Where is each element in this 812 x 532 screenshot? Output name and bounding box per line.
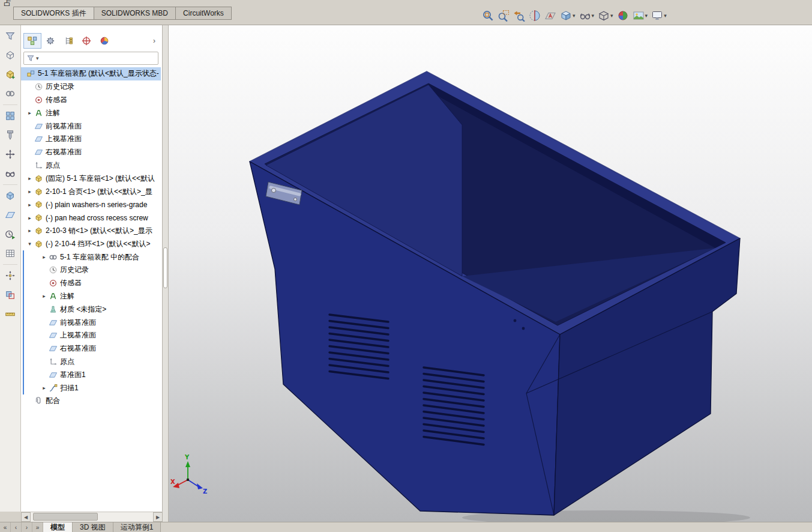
- expand-arrow-icon[interactable]: ▸: [40, 254, 48, 260]
- feature-tree-filter-input[interactable]: [39, 53, 158, 64]
- tree-item[interactable]: ▸5-1 车座箱装配 中的配合: [21, 250, 161, 264]
- apply-scene-button[interactable]: ▾: [631, 8, 650, 23]
- expand-arrow-icon[interactable]: ▸: [26, 202, 34, 208]
- ribbon-tab-solidworks-addins[interactable]: SOLIDWORKS 插件: [13, 7, 94, 20]
- tree-item[interactable]: 原点: [21, 355, 161, 369]
- show-hidden-components-button[interactable]: [2, 165, 19, 182]
- hscroll-thumb[interactable]: [33, 513, 98, 521]
- reference-geometry-button[interactable]: [2, 207, 19, 223]
- tree-item[interactable]: ▸注解: [21, 290, 161, 303]
- expand-arrow-icon[interactable]: ▸: [40, 385, 48, 391]
- interference-detection-button[interactable]: [2, 286, 19, 303]
- section-view-button[interactable]: [527, 8, 543, 23]
- annotation-views-icon: [544, 10, 556, 22]
- panel-splitter-handle[interactable]: [163, 247, 167, 288]
- propertymanager-icon: [45, 35, 56, 46]
- tree-item-label: 右视基准面: [46, 147, 82, 157]
- tree-item[interactable]: 配合: [21, 394, 161, 408]
- display-style-button[interactable]: ▾: [558, 8, 577, 23]
- tree-item-label: 配合: [46, 396, 60, 406]
- tree-item[interactable]: 前视基准面: [21, 119, 161, 133]
- tree-item[interactable]: 传感器: [21, 277, 161, 290]
- expand-arrow-icon[interactable]: ▾: [26, 241, 34, 247]
- tree-item[interactable]: 历史记录: [21, 264, 161, 277]
- feature-tree-filter: ▾: [23, 52, 158, 65]
- view-orientation-button[interactable]: ▾: [596, 8, 615, 23]
- bill-of-materials-button[interactable]: [2, 245, 19, 262]
- document-tab[interactable]: 模型: [43, 522, 73, 532]
- expand-arrow-icon[interactable]: ▸: [26, 228, 34, 234]
- tree-item-label: 5-1 车座箱装配 中的配合: [60, 252, 139, 262]
- feature-tree-hscrollbar[interactable]: ◀ ▶: [21, 512, 163, 522]
- hide-show-items-button[interactable]: ▾: [577, 8, 597, 23]
- tree-item[interactable]: ▸扫描1: [21, 381, 161, 394]
- scroll-left-icon: ◀: [24, 515, 28, 520]
- insert-component-button[interactable]: [2, 66, 19, 83]
- tree-item[interactable]: 历史记录: [21, 80, 161, 94]
- smart-fasteners-button[interactable]: [2, 127, 19, 144]
- panel-tab-configurationmanager[interactable]: [59, 33, 77, 49]
- expand-arrow-icon[interactable]: ▸: [26, 189, 34, 195]
- select-filter-button[interactable]: [2, 28, 19, 44]
- component-pattern-button[interactable]: [2, 107, 19, 124]
- panel-tab-dimxpertmanager[interactable]: [77, 33, 95, 49]
- view-settings-button[interactable]: ▾: [649, 8, 669, 23]
- tree-item[interactable]: ▸2-10-3 销<1> (默认<<默认>_显示: [21, 225, 161, 238]
- hscroll-track[interactable]: [31, 512, 153, 522]
- history-icon: [34, 82, 43, 91]
- panel-splitter[interactable]: [163, 25, 169, 522]
- expand-arrow-icon[interactable]: ▸: [40, 293, 48, 299]
- prev-tab-scroll-button[interactable]: ‹: [11, 522, 22, 532]
- assembly-features-button[interactable]: [2, 187, 19, 204]
- tree-item[interactable]: 传感器: [21, 94, 161, 107]
- bill-of-materials-icon: [5, 248, 16, 259]
- ribbon-tab-solidworks-mbd[interactable]: SOLIDWORKS MBD: [94, 7, 175, 20]
- tree-item[interactable]: ▸(-) plain washers-n series-grade: [21, 198, 161, 211]
- document-tab[interactable]: 运动算例1: [113, 522, 161, 532]
- zoom-area-button[interactable]: [496, 8, 511, 23]
- expand-arrow-icon[interactable]: ▸: [26, 175, 34, 181]
- tree-item[interactable]: ▸(固定) 5-1 车座箱<1> (默认<<默认: [21, 172, 161, 185]
- exploded-view-button[interactable]: [2, 267, 19, 284]
- tree-item-label: 传感器: [46, 95, 67, 105]
- tree-item[interactable]: 上视基准面: [21, 329, 161, 342]
- measure-button[interactable]: [2, 306, 19, 322]
- zoom-fit-button[interactable]: [480, 8, 496, 23]
- edit-appearance-button[interactable]: [615, 8, 631, 23]
- tree-item[interactable]: 基准面1: [21, 368, 161, 381]
- move-component-button[interactable]: [2, 146, 19, 163]
- scroll-right-button[interactable]: ▶: [153, 512, 163, 522]
- tree-item[interactable]: 原点: [21, 159, 161, 172]
- last-tab-scroll-button[interactable]: »: [32, 522, 43, 532]
- tree-item[interactable]: ▾(-) 2-10-4 挡环<1> (默认<<默认>: [21, 237, 161, 250]
- mate-button[interactable]: [2, 85, 19, 102]
- new-motion-study-button[interactable]: [2, 226, 19, 243]
- previous-view-button[interactable]: [511, 8, 527, 23]
- expand-arrow-icon[interactable]: ▸: [26, 215, 34, 221]
- graphics-area[interactable]: [169, 25, 812, 522]
- scroll-left-button[interactable]: ◀: [21, 512, 31, 522]
- tree-item[interactable]: ▸(-) pan head cross recess screw: [21, 211, 161, 225]
- first-tab-scroll-button[interactable]: «: [0, 522, 11, 532]
- annotation-views-button[interactable]: [543, 8, 558, 23]
- tree-item[interactable]: 上视基准面: [21, 133, 161, 146]
- tree-item[interactable]: 5-1 车座箱装配 (默认<默认_显示状态-: [21, 67, 161, 80]
- flyout-chevron-icon[interactable]: ›: [150, 37, 158, 45]
- next-tab-scroll-button[interactable]: ›: [22, 522, 32, 532]
- panel-tab-featuremanager-design-tree[interactable]: [23, 33, 41, 49]
- document-tab[interactable]: 3D 视图: [73, 522, 113, 532]
- part-icon: [34, 213, 43, 222]
- sensors-icon: [34, 95, 43, 104]
- panel-tab-displaymanager[interactable]: [95, 33, 113, 49]
- ribbon-tab-circuitworks[interactable]: CircuitWorks: [175, 7, 232, 20]
- tree-item[interactable]: 右视基准面: [21, 146, 161, 159]
- tree-item[interactable]: ▸2-10-1 合页<1> (默认<<默认>_显: [21, 185, 161, 198]
- panel-tab-propertymanager[interactable]: [41, 33, 59, 49]
- edit-component-button[interactable]: [2, 47, 19, 64]
- tree-item[interactable]: ▸注解: [21, 106, 161, 119]
- expand-arrow-icon[interactable]: ▸: [26, 110, 34, 116]
- tree-item[interactable]: 材质 <未指定>: [21, 303, 161, 316]
- tree-item[interactable]: 右视基准面: [21, 342, 161, 355]
- tree-item[interactable]: 前视基准面: [21, 316, 161, 329]
- zoom-area-icon: [498, 10, 510, 22]
